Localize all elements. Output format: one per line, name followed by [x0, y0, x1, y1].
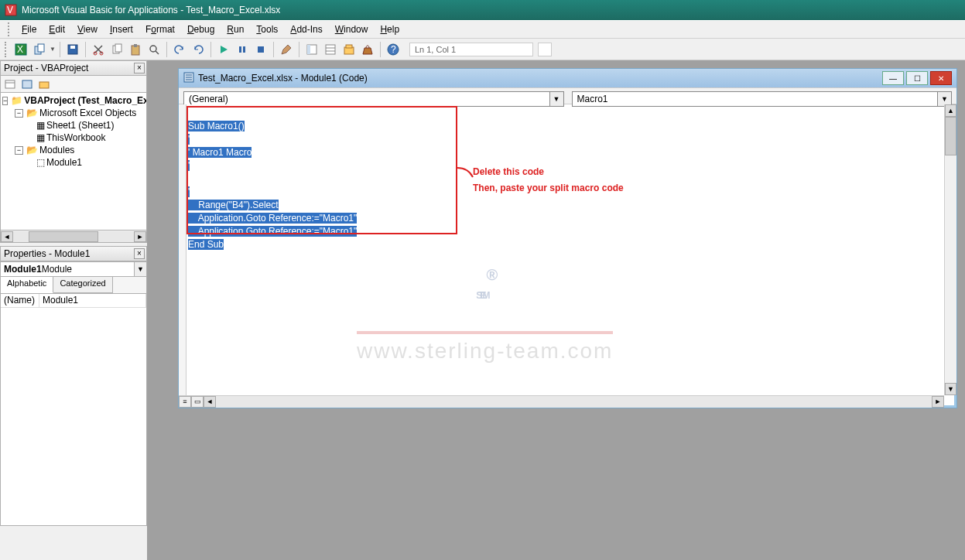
watermark-url: www.sterling-team.com	[357, 339, 613, 364]
project-hscroll[interactable]: ◄►	[0, 230, 147, 243]
code-margin[interactable]	[179, 104, 186, 408]
close-button[interactable]: ✕	[930, 71, 952, 85]
svg-point-14	[150, 46, 156, 52]
svg-rect-7	[70, 46, 75, 49]
save-button[interactable]	[64, 41, 81, 58]
menu-edit[interactable]: Edit	[43, 22, 71, 37]
properties-window-button[interactable]	[322, 41, 339, 58]
tree-sheet1[interactable]: Sheet1 (Sheet1)	[46, 119, 114, 131]
svg-rect-13	[134, 44, 137, 47]
tree-thisworkbook[interactable]: ThisWorkbook	[46, 131, 105, 144]
code-text[interactable]: Sub Macro1() ' ' Macro1 Macro ' ' Range(…	[188, 108, 357, 264]
svg-rect-18	[258, 46, 264, 53]
toolbox-button[interactable]	[359, 41, 376, 58]
find-button[interactable]	[145, 41, 163, 58]
code-window-title-text: Test_Macro_Excel.xlsx - Module1 (Code)	[198, 73, 368, 84]
properties-tabs: Alphabetic Categorized	[0, 277, 147, 294]
project-panel-close-button[interactable]: ×	[134, 63, 145, 73]
design-mode-button[interactable]	[278, 41, 295, 58]
maximize-button[interactable]: ☐	[906, 71, 928, 85]
svg-rect-5	[38, 44, 44, 52]
properties-panel-title: Properties - Module1 ×	[0, 246, 147, 261]
properties-title-text: Properties - Module1	[4, 248, 90, 259]
svg-text:X: X	[17, 44, 23, 55]
redo-button[interactable]	[190, 41, 207, 58]
cursor-position-display: Ln 1, Col 1	[409, 43, 533, 56]
toggle-folders-button[interactable]	[36, 77, 52, 91]
menu-addins[interactable]: Add-Ins	[284, 22, 328, 37]
full-module-view-button[interactable]: ▭	[191, 396, 204, 408]
tree-root[interactable]: VBAProject (Test_Macro_Excel.xlsx)	[24, 94, 147, 107]
vba-project-icon: 📁	[11, 94, 22, 107]
svg-line-15	[156, 51, 159, 54]
code-vscroll[interactable]: ▲▼	[944, 104, 956, 395]
tree-module1[interactable]: Module1	[46, 156, 82, 169]
help-button[interactable]: ?	[385, 41, 402, 58]
module-icon: ⬚	[36, 156, 45, 169]
vba-icon: V	[5, 4, 17, 16]
code-window: Test_Macro_Excel.xlsx - Module1 (Code) —…	[178, 68, 957, 408]
properties-dropdown-bold: Module1	[4, 264, 42, 275]
svg-rect-20	[307, 45, 310, 54]
project-explorer-button[interactable]	[303, 41, 320, 58]
annotation-connector	[457, 166, 474, 180]
menu-grip[interactable]	[8, 22, 12, 36]
view-excel-button[interactable]: X	[12, 41, 29, 58]
menu-tools[interactable]: Tools	[250, 22, 284, 37]
menu-run[interactable]: Run	[221, 22, 250, 37]
insert-dropdown-caret[interactable]: ▼	[50, 46, 56, 53]
object-browser-button[interactable]	[340, 41, 358, 58]
window-title-bar: V Microsoft Visual Basic for Application…	[0, 0, 965, 20]
menu-window[interactable]: Window	[329, 22, 375, 37]
properties-dropdown-rest: Module	[42, 264, 72, 275]
break-button[interactable]	[234, 41, 251, 58]
code-window-titlebar[interactable]: Test_Macro_Excel.xlsx - Module1 (Code) —…	[179, 69, 956, 87]
code-editor[interactable]: STEM® www.sterling-team.com Sub Macro1()…	[179, 104, 956, 408]
cut-button[interactable]	[90, 41, 107, 58]
menu-format[interactable]: Format	[139, 22, 181, 37]
project-tree[interactable]: −📁VBAProject (Test_Macro_Excel.xlsx) −📂M…	[0, 93, 147, 230]
context-help-box[interactable]	[538, 43, 552, 56]
watermark-logo: STEM	[476, 290, 486, 301]
prop-name-key: (Name)	[1, 294, 39, 308]
tab-categorized[interactable]: Categorized	[53, 277, 112, 293]
toolbar-grip[interactable]	[5, 42, 9, 57]
mdi-client-area: Test_Macro_Excel.xlsx - Module1 (Code) —…	[147, 60, 965, 560]
procedure-view-button[interactable]: ≡	[179, 396, 191, 408]
menu-debug[interactable]: Debug	[181, 22, 221, 37]
view-object-button[interactable]	[19, 77, 35, 91]
menu-bar: File Edit View Insert Format Debug Run T…	[0, 20, 965, 39]
object-dropdown-value: (General)	[189, 94, 228, 104]
svg-rect-25	[346, 45, 352, 48]
view-code-button[interactable]	[2, 77, 18, 91]
tree-excel-objects[interactable]: Microsoft Excel Objects	[39, 107, 136, 119]
tab-alphabetic[interactable]: Alphabetic	[1, 277, 53, 293]
chevron-down-icon[interactable]: ▼	[134, 262, 146, 276]
properties-object-dropdown[interactable]: Module1 Module ▼	[0, 261, 147, 277]
reset-button[interactable]	[252, 41, 269, 58]
code-hscroll[interactable]: ≡ ▭ ◄►	[179, 395, 944, 408]
menu-file[interactable]: File	[15, 22, 43, 37]
paste-button[interactable]	[127, 41, 144, 58]
svg-rect-31	[39, 82, 49, 88]
tree-modules-folder[interactable]: Modules	[39, 144, 74, 156]
menu-insert[interactable]: Insert	[104, 22, 139, 37]
minimize-button[interactable]: —	[882, 71, 904, 85]
menu-view[interactable]: View	[71, 22, 104, 37]
prop-name-value[interactable]: Module1	[39, 294, 146, 308]
run-button[interactable]	[215, 41, 232, 58]
project-panel-title-text: Project - VBAProject	[4, 63, 88, 73]
standard-toolbar: X ▼ ? Ln 1, Col 1	[0, 39, 965, 60]
insert-dropdown[interactable]	[31, 41, 48, 58]
svg-rect-28	[5, 80, 15, 88]
menu-help[interactable]: Help	[374, 22, 406, 37]
folder-icon: 📂	[26, 107, 38, 119]
properties-close-button[interactable]: ×	[134, 248, 145, 259]
workbook-icon: ▦	[36, 131, 45, 144]
undo-button[interactable]	[171, 41, 188, 58]
properties-grid[interactable]: (Name) Module1	[0, 294, 147, 526]
copy-button[interactable]	[108, 41, 125, 58]
watermark: STEM® www.sterling-team.com	[357, 244, 613, 364]
folder-icon: 📂	[26, 144, 38, 156]
annotation-text: Delete this code Then, paste your split …	[473, 163, 624, 196]
